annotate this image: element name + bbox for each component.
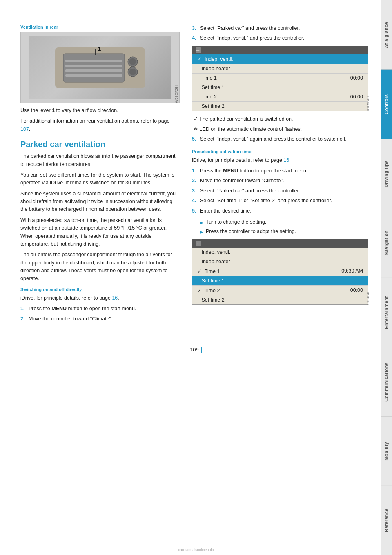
page-number: 109 <box>190 347 199 353</box>
ventilation-heading: Ventilation in rear <box>20 25 180 29</box>
parked-para1: The parked car ventilation blows air int… <box>20 152 180 168</box>
preselect-steps-list: 1. Press the MENU button to open the sta… <box>192 167 368 215</box>
idrive-menu-2-wrap: ← Indep. ventil. Indep.heater ✓ Time 1 0… <box>192 239 368 305</box>
svg-point-9 <box>129 69 136 75</box>
svg-rect-5 <box>65 74 122 77</box>
idrive-row2-settime1: Set time 1 <box>192 276 368 286</box>
tab-reference[interactable]: Reference <box>381 486 392 555</box>
svg-text:1: 1 <box>98 46 101 52</box>
idrive-row-time1: Time 1 00:00 <box>192 74 368 83</box>
right-step-4: 4. Select "Indep. ventil." and press the… <box>192 34 368 42</box>
idrive-row-indep-ventil-selected: ✓ Indep. ventil. <box>192 54 368 64</box>
preselect-idrive-note: iDrive, for principle details, refer to … <box>192 157 368 164</box>
switch-step-2: 2. Move the controller toward "Climate". <box>20 315 180 323</box>
idrive-row2-settime2: Set time 2 <box>192 295 368 304</box>
idrive-row-settime1: Set time 1 <box>192 83 368 92</box>
main-content: Ventilation in rear <box>0 0 381 342</box>
idrive-back-icon: ← <box>196 47 201 53</box>
parked-car-section: Parked car ventilation The parked car ve… <box>20 140 180 283</box>
preselect-step-5: 5. Enter the desired time: <box>192 207 368 215</box>
idrive-row-time2: Time 2 00:00 <box>192 92 368 102</box>
page16-link-2[interactable]: 16 <box>283 157 289 163</box>
svg-point-7 <box>129 58 136 65</box>
switching-idrive-note: iDrive, for principle details, refer to … <box>20 294 180 302</box>
idrive-row2-time1: ✓ Time 1 09:30 AM <box>192 266 368 276</box>
idrive-back-icon-2: ← <box>196 241 201 246</box>
idrive-row-indep-heater: Indep.heater <box>192 64 368 74</box>
ventilation-image: 1 W09CR5H <box>20 32 180 103</box>
idrive-menu-1: ← ✓ Indep. ventil. Indep.heater Time 1 0… <box>192 46 368 111</box>
idrive-row2-time2: ✓ Time 2 00:00 <box>192 286 368 295</box>
idrive-wm-2: U1E4L4H <box>366 239 370 305</box>
parked-heading: Parked car ventilation <box>20 140 180 149</box>
idrive-row-settime2: Set time 2 <box>192 102 368 111</box>
switching-heading: Switching on and off directly <box>20 287 180 292</box>
parked-para3: Since the system uses a substantial amou… <box>20 190 180 214</box>
parked-para5: The air enters the passenger compartment… <box>20 251 180 283</box>
svg-rect-1 <box>63 54 125 82</box>
vent-svg: 1 <box>51 39 149 96</box>
preselect-step-1: 1. Press the MENU button to open the sta… <box>192 167 368 175</box>
switching-section: Switching on and off directly iDrive, fo… <box>20 287 180 323</box>
right-step-5: 5. Select "Indep. ventil." again and pre… <box>192 135 368 143</box>
right-steps-top: 3. Select "Parked car" and press the con… <box>192 25 368 43</box>
right-step-3: 3. Select "Parked car" and press the con… <box>192 25 368 32</box>
idrive-menu-1-wrap: ← ✓ Indep. ventil. Indep.heater Time 1 0… <box>192 46 368 111</box>
right-column: 3. Select "Parked car" and press the con… <box>192 25 368 326</box>
side-navigation: At a glance Controls Driving tips Naviga… <box>381 0 392 555</box>
tab-entertainment[interactable]: Entertainment <box>381 278 392 347</box>
idrive-header-2: ← <box>192 239 368 248</box>
tab-mobility[interactable]: Mobility <box>381 416 392 486</box>
right-step5: 5. Select "Indep. ventil." again and pre… <box>192 135 368 143</box>
svg-rect-4 <box>65 69 122 72</box>
idrive-header-1: ← <box>192 46 368 54</box>
caption-refer: For additional information on rear venti… <box>20 117 180 133</box>
parked-para4: With a preselected switch-on time, the p… <box>20 217 180 248</box>
tab-controls[interactable]: Controls <box>381 69 392 139</box>
page-number-line <box>201 347 202 353</box>
svg-rect-3 <box>65 65 122 67</box>
switching-steps-list: 1. Press the MENU button to open the sta… <box>20 305 180 323</box>
bullet-item-2: ▶ Press the controller to adopt the sett… <box>200 228 368 235</box>
svg-rect-2 <box>65 60 122 62</box>
idrive-menu-2: ← Indep. ventil. Indep.heater ✓ Time 1 0… <box>192 239 368 305</box>
ventilation-image-inner: 1 <box>29 36 171 100</box>
note-1: ✓ The parked car ventilation is switched… <box>192 115 368 123</box>
idrive-wm-1: U1E5D4H <box>366 46 370 111</box>
tab-driving-tips[interactable]: Driving tips <box>381 139 392 208</box>
page-footer: 109 <box>0 347 392 353</box>
caption-lever: Use the lever 1 to vary the airflow dire… <box>20 107 180 114</box>
parked-para2: You can set two different times for the … <box>20 171 180 187</box>
note-2: ❄ LED on the automatic climate control f… <box>192 125 368 133</box>
preselect-section: Preselecting activation time iDrive, for… <box>192 149 368 236</box>
idrive-row2-indep-heater: Indep.heater <box>192 257 368 266</box>
tab-navigation[interactable]: Navigation <box>381 208 392 278</box>
page16-link-1[interactable]: 16 <box>112 295 118 301</box>
page107-link[interactable]: 107 <box>20 126 29 132</box>
ventilation-in-rear-section: Ventilation in rear <box>20 25 180 133</box>
bullet-items-list: ▶ Turn to change the setting. ▶ Press th… <box>192 218 368 236</box>
preselect-step-4: 4. Select "Set time 1" or "Set time 2" a… <box>192 197 368 205</box>
left-column: Ventilation in rear <box>20 25 180 326</box>
tab-communications[interactable]: Communications <box>381 347 392 416</box>
image-watermark: W09CR5H <box>174 32 178 103</box>
bullet-item-1: ▶ Turn to change the setting. <box>200 218 368 226</box>
preselect-heading: Preselecting activation time <box>192 149 368 154</box>
bottom-watermark: carmanualsonline.info <box>178 548 214 552</box>
preselect-step-3: 3. Select "Parked car" and press the con… <box>192 187 368 195</box>
tab-at-a-glance[interactable]: At a glance <box>381 0 392 69</box>
preselect-step-2: 2. Move the controller toward "Climate". <box>192 177 368 185</box>
idrive-row2-indep-ventil: Indep. ventil. <box>192 248 368 257</box>
switch-step-1: 1. Press the MENU button to open the sta… <box>20 305 180 313</box>
